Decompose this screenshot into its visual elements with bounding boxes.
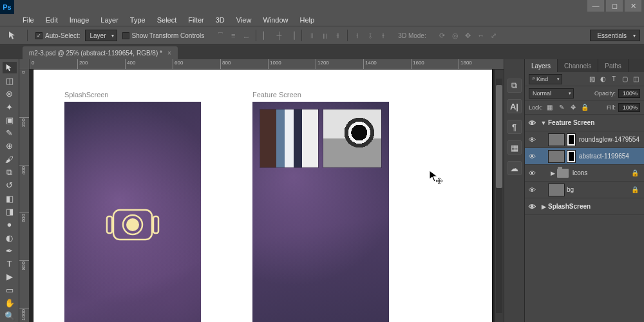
lock-position-icon[interactable]: ✥ xyxy=(569,103,578,112)
menu-3d[interactable]: 3D xyxy=(210,16,231,24)
layer-thumbnail[interactable] xyxy=(548,150,565,163)
slide-icon[interactable]: ↔ xyxy=(475,30,487,41)
zoom-icon[interactable]: ⤢ xyxy=(488,30,500,41)
layer-name[interactable]: abstract-1199654 xyxy=(579,153,629,160)
menu-image[interactable]: Image xyxy=(64,16,95,24)
layer-item[interactable]: 👁bg🔒 xyxy=(525,182,644,198)
marquee-tool[interactable]: ◫ xyxy=(3,75,17,86)
menu-layer[interactable]: Layer xyxy=(95,16,124,24)
visibility-toggle[interactable]: 👁 xyxy=(525,203,539,211)
move-tool[interactable] xyxy=(3,62,17,73)
layer-item[interactable]: 👁abstract-1199654 xyxy=(525,148,644,165)
distribute-top-icon[interactable]: ⫴ xyxy=(306,30,317,41)
layer-name[interactable]: bg xyxy=(567,186,574,193)
opacity-field[interactable]: 100% xyxy=(618,89,640,98)
stamp-tool[interactable]: ⧉ xyxy=(3,166,17,178)
align-top-icon[interactable]: ⎴ xyxy=(214,30,226,41)
lasso-tool[interactable]: ⊗ xyxy=(3,88,17,100)
lock-all-icon[interactable]: 🔒 xyxy=(580,103,589,112)
layer-name[interactable]: roundaglow-1479554 xyxy=(579,136,639,143)
align-right-icon[interactable]: ▕ xyxy=(286,30,298,41)
layer-group[interactable]: 👁▶SplashScreen xyxy=(525,198,644,215)
distribute-right-icon[interactable]: ⫳ xyxy=(377,30,389,41)
distribute-left-icon[interactable]: ⫲ xyxy=(352,30,363,41)
layer-mask-thumbnail[interactable] xyxy=(567,133,576,146)
layer-name[interactable]: SplashScreen xyxy=(548,203,591,210)
distribute-hcenter-icon[interactable]: ⫱ xyxy=(365,30,376,41)
orbit-icon[interactable]: ⟳ xyxy=(437,30,448,41)
tab-layers[interactable]: Layers xyxy=(525,59,558,72)
quick-select-tool[interactable]: ✦ xyxy=(3,101,17,113)
roll-icon[interactable]: ◎ xyxy=(450,30,461,41)
menu-file[interactable]: File xyxy=(17,16,40,24)
tab-channels[interactable]: Channels xyxy=(558,59,598,72)
history-panel-icon[interactable]: ⧉ xyxy=(507,79,522,93)
filter-type-icon[interactable]: T xyxy=(609,75,618,84)
layer-group[interactable]: 👁▼Feature Screen xyxy=(525,115,644,131)
blur-tool[interactable]: ● xyxy=(3,219,17,231)
blend-mode-dropdown[interactable]: Normal xyxy=(529,88,574,99)
layer-name[interactable]: Feature Screen xyxy=(548,119,594,126)
feature-screen[interactable]: Feature Screen xyxy=(252,102,389,322)
distribute-vcenter-icon[interactable]: ⫼ xyxy=(319,30,330,41)
history-brush-tool[interactable]: ↺ xyxy=(3,180,17,191)
layer-item[interactable]: 👁roundaglow-1479554 xyxy=(525,131,644,148)
filter-smart-icon[interactable]: ◫ xyxy=(631,75,640,84)
lock-pixels-icon[interactable]: ✎ xyxy=(557,103,566,112)
visibility-toggle[interactable]: 👁 xyxy=(525,169,539,177)
eraser-tool[interactable]: ◧ xyxy=(3,193,17,204)
layer-mask-thumbnail[interactable] xyxy=(567,150,576,163)
tab-paths[interactable]: Paths xyxy=(598,59,629,72)
menu-help[interactable]: Help xyxy=(294,16,321,24)
disclosure-triangle-icon[interactable]: ▶ xyxy=(539,204,548,210)
menu-window[interactable]: Window xyxy=(257,16,294,24)
visibility-toggle[interactable]: 👁 xyxy=(525,186,539,194)
close-tab-icon[interactable]: × xyxy=(167,50,171,57)
minimize-button[interactable]: — xyxy=(587,0,604,12)
canvas-scrollbar-vertical[interactable] xyxy=(495,70,504,322)
visibility-toggle[interactable]: 👁 xyxy=(525,119,539,127)
eyedropper-tool[interactable]: ✎ xyxy=(3,127,17,138)
layer-name[interactable]: icons xyxy=(573,169,587,176)
zoom-tool[interactable]: 🔍 xyxy=(3,310,17,322)
menu-type[interactable]: Type xyxy=(124,16,151,24)
layer-thumbnail[interactable] xyxy=(548,133,565,146)
align-hcenter-icon[interactable]: ┼ xyxy=(273,30,285,41)
disclosure-triangle-icon[interactable]: ▼ xyxy=(539,120,548,126)
align-vcenter-icon[interactable]: ≡ xyxy=(227,30,239,41)
menu-view[interactable]: View xyxy=(231,16,258,24)
thumbnail-roundaglow[interactable] xyxy=(323,109,381,167)
lock-transparent-icon[interactable]: ▦ xyxy=(545,103,554,112)
pan-icon[interactable]: ✥ xyxy=(462,30,474,41)
paragraph-panel-icon[interactable]: ¶ xyxy=(507,120,522,134)
distribute-bottom-icon[interactable]: ⫵ xyxy=(332,30,343,41)
align-left-icon[interactable]: ▏ xyxy=(260,30,272,41)
gradient-tool[interactable]: ◨ xyxy=(3,205,17,217)
ruler-horizontal[interactable]: 020040060080010001200140016001800 xyxy=(30,59,504,70)
swatches-panel-icon[interactable]: ▦ xyxy=(507,140,522,155)
filter-pixel-icon[interactable]: ▧ xyxy=(587,75,596,84)
ruler-origin[interactable] xyxy=(19,59,30,70)
canvas[interactable]: 020040060080010001200140016001800 020040… xyxy=(19,59,504,322)
show-transform-check[interactable]: Show Transform Controls xyxy=(122,32,205,39)
brush-tool[interactable]: 🖌 xyxy=(3,153,17,165)
menu-filter[interactable]: Filter xyxy=(182,16,209,24)
maximize-button[interactable]: ◻ xyxy=(606,0,623,12)
hand-tool[interactable]: ✋ xyxy=(3,297,17,308)
shape-tool[interactable]: ▭ xyxy=(3,284,17,296)
auto-select-check[interactable]: ✓ Auto-Select: xyxy=(35,32,80,39)
scrollbar-thumb[interactable] xyxy=(496,85,502,188)
crop-tool[interactable]: ▣ xyxy=(3,114,17,126)
healing-tool[interactable]: ⊕ xyxy=(3,140,17,152)
pen-tool[interactable]: ✒ xyxy=(3,245,17,256)
filter-shape-icon[interactable]: ▢ xyxy=(620,75,629,84)
layer-thumbnail[interactable] xyxy=(548,184,565,196)
splash-screen[interactable]: SplashScreen xyxy=(64,102,201,322)
libraries-panel-icon[interactable]: ☁ xyxy=(507,161,522,175)
path-select-tool[interactable]: ▶ xyxy=(3,271,17,283)
disclosure-triangle-icon[interactable]: ▶ xyxy=(548,170,557,176)
menu-edit[interactable]: Edit xyxy=(40,16,64,24)
dodge-tool[interactable]: ◐ xyxy=(3,232,17,243)
auto-select-dropdown[interactable]: Layer xyxy=(85,30,117,41)
align-bottom-icon[interactable]: ⎵ xyxy=(240,30,252,41)
